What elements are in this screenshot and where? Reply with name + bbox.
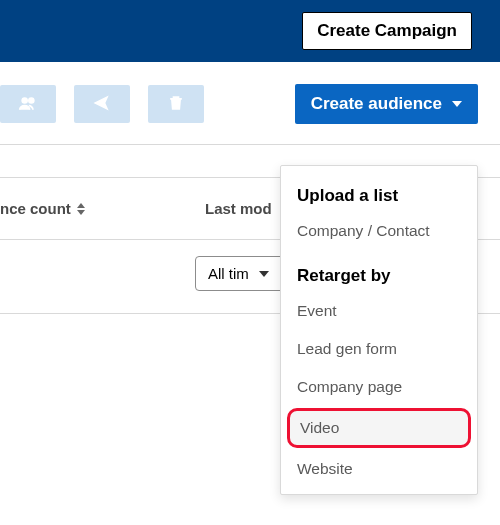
delete-button[interactable] <box>148 85 204 123</box>
chevron-down-icon <box>452 101 462 107</box>
column-label: Last mod <box>205 200 272 217</box>
dropdown-item-event[interactable]: Event <box>281 292 477 330</box>
sort-icon <box>77 203 85 215</box>
column-label: nce count <box>0 200 71 217</box>
create-audience-label: Create audience <box>311 94 442 114</box>
create-campaign-button[interactable]: Create Campaign <box>302 12 472 50</box>
dropdown-item-lead-gen[interactable]: Lead gen form <box>281 330 477 368</box>
top-bar: Create Campaign <box>0 0 500 62</box>
share-icon <box>92 93 112 116</box>
dropdown-item-company-page[interactable]: Company page <box>281 368 477 406</box>
group-icon <box>18 93 38 116</box>
share-button[interactable] <box>74 85 130 123</box>
time-filter-label: All tim <box>208 265 249 282</box>
create-audience-dropdown: Upload a list Company / Contact Retarget… <box>280 165 478 495</box>
column-header-last-modified[interactable]: Last mod <box>195 178 282 239</box>
svg-point-0 <box>22 98 27 103</box>
chevron-down-icon <box>259 271 269 277</box>
column-header-count[interactable]: nce count <box>0 178 195 239</box>
dropdown-item-website[interactable]: Website <box>281 450 477 488</box>
dropdown-section-upload: Upload a list <box>281 178 477 212</box>
toolbar: Create audience <box>0 62 500 145</box>
create-audience-button[interactable]: Create audience <box>295 84 478 124</box>
content-area: nce count Last mod All tim Upload a list… <box>0 177 500 314</box>
svg-point-1 <box>29 98 34 103</box>
dropdown-item-company-contact[interactable]: Company / Contact <box>281 212 477 250</box>
trash-icon <box>166 93 186 116</box>
group-button[interactable] <box>0 85 56 123</box>
dropdown-section-retarget: Retarget by <box>281 258 477 292</box>
dropdown-item-video[interactable]: Video <box>287 408 471 448</box>
